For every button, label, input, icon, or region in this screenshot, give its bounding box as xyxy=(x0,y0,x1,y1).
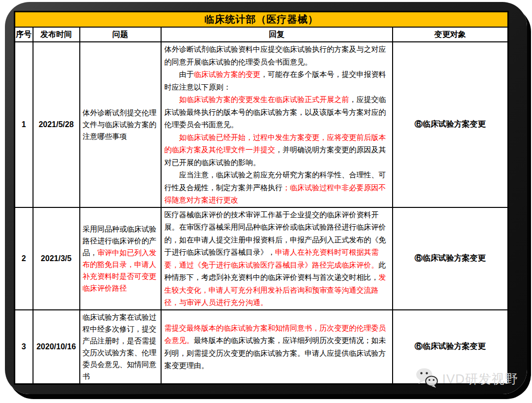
cell-target: ⑥临床试验方案变更 xyxy=(393,207,508,310)
cell-date: 2020/10/16 xyxy=(33,310,80,384)
highlighted-text: 如临床试验方案的变更发生在临床试验正式开展之前 xyxy=(179,95,349,103)
col-header-date: 发布时间 xyxy=(33,27,80,42)
cell-reply: 体外诊断试剂临床试验资料中应提交临床试验执行的方案及与之对应的同意开展临床试验的… xyxy=(161,42,393,207)
header-row: 序号 发布时间 问题 回复 变更对象 xyxy=(15,27,508,42)
reply-paragraph: 体外诊断试剂临床试验资料中应提交临床试验执行的方案及与之对应的同意开展临床试验的… xyxy=(165,43,389,68)
text-run: 体外诊断试剂临床试验资料中应提交临床试验执行的方案及与之对应的同意开展临床试验的… xyxy=(165,45,386,66)
table-title: 临床统计部（医疗器械） xyxy=(15,12,508,28)
col-header-reply: 回复 xyxy=(161,27,393,42)
cell-target: ⑥临床试验方案变更 xyxy=(393,310,508,384)
cell-reply: 需提交最终版本的临床试验方案和知情同意书，历次变更的伦理委员会意见。最终版本的临… xyxy=(161,310,393,384)
highlighted-text: 临床试验方案的变更 xyxy=(194,70,261,78)
cell-question: 体外诊断试剂提交伦理文件与临床试验方案的注意哪些事项 xyxy=(80,42,161,207)
cell-no: 1 xyxy=(15,42,33,207)
table-row: 1 2021/5/28 体外诊断试剂提交伦理文件与临床试验方案的注意哪些事项 体… xyxy=(15,42,508,207)
title-row: 临床统计部（医疗器械） xyxy=(15,12,508,28)
table-row: 2 2021/3/5 采用同品种或临床试验路径进行临床评价的产品，审评中如已列入… xyxy=(15,207,508,310)
col-header-no: 序号 xyxy=(15,27,33,42)
reply-paragraph: 医疗器械临床评价的技术审评工作基于企业提交的临床评价资料开展。在审医疗器械采用同… xyxy=(165,208,389,309)
text-run: 最终版本的临床试验方案，应详细列明历次变更情况；如未列明，则需提交历次变更的临床… xyxy=(165,336,386,369)
reply-paragraph: 由于临床试验方案的变更，可能存在多个版本号，提交申报资料时应注意以下原则： xyxy=(165,68,389,93)
cell-date: 2021/3/5 xyxy=(33,207,80,310)
reply-paragraph: 如临床试验方案的变更发生在临床试验正式开展之前，应提交临床试验最终执行的版本号的… xyxy=(165,93,389,131)
cell-no: 2 xyxy=(15,207,33,310)
qa-table-wrapper: 临床统计部（医疗器械） 序号 发布时间 问题 回复 变更对象 1 2021/5/… xyxy=(14,11,509,385)
cell-question: 采用同品种或临床试验路径进行临床评价的产品，审评中如已列入发布的豁免目录，申请人… xyxy=(80,207,161,310)
text-run: 由于 xyxy=(179,70,194,78)
reply-paragraph: 需提交最终版本的临床试验方案和知情同意书，历次变更的伦理委员会意见。最终版本的临… xyxy=(165,322,389,372)
cell-date: 2021/5/28 xyxy=(33,42,80,207)
qa-table: 临床统计部（医疗器械） 序号 发布时间 问题 回复 变更对象 1 2021/5/… xyxy=(14,11,509,385)
cell-target: ⑥临床试验方案变更 xyxy=(393,42,508,207)
reply-paragraph: 如临床试验已经开始，过程中发生方案变更，应将变更前后版本的临床方案及其伦理文件一… xyxy=(165,131,389,169)
text-run: 体外诊断试剂提交伦理文件与临床试验方案的注意哪些事项 xyxy=(83,108,157,140)
cell-no: 3 xyxy=(15,310,33,384)
cell-question: 临床试验方案在试验过程中经多次修订，提交产品注册时，是否需提交历次试验方案、伦理… xyxy=(80,310,161,384)
col-header-question: 问题 xyxy=(80,27,161,42)
text-run: 临床试验方案在试验过程中经多次修订，提交产品注册时，是否需提交历次试验方案、伦理… xyxy=(83,313,157,380)
col-header-target: 变更对象 xyxy=(393,27,508,42)
cell-reply: 医疗器械临床评价的技术审评工作基于企业提交的临床评价资料开展。在审医疗器械采用同… xyxy=(161,207,393,310)
table-row: 3 2020/10/16 临床试验方案在试验过程中经多次修订，提交产品注册时，是… xyxy=(15,310,508,384)
reply-paragraph: 应当注意，临床试验之前应充分研究方案的科学性、合理性、可行性及合规性，制定方案并… xyxy=(165,168,389,206)
